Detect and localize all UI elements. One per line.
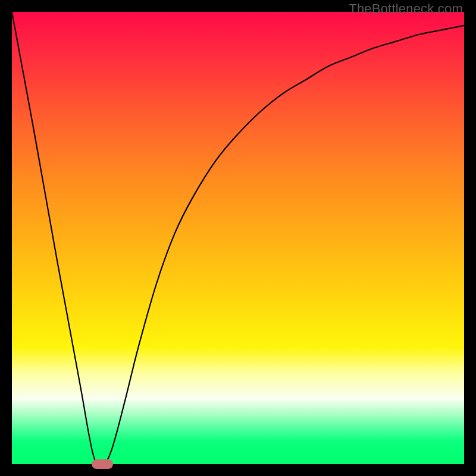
bottleneck-curve: [12, 12, 464, 465]
watermark-text: TheBottleneck.com: [349, 1, 463, 17]
plot-area: [12, 12, 464, 464]
optimal-marker: [92, 459, 113, 469]
curve-svg: [12, 12, 464, 464]
chart-container: TheBottleneck.com: [0, 0, 476, 476]
